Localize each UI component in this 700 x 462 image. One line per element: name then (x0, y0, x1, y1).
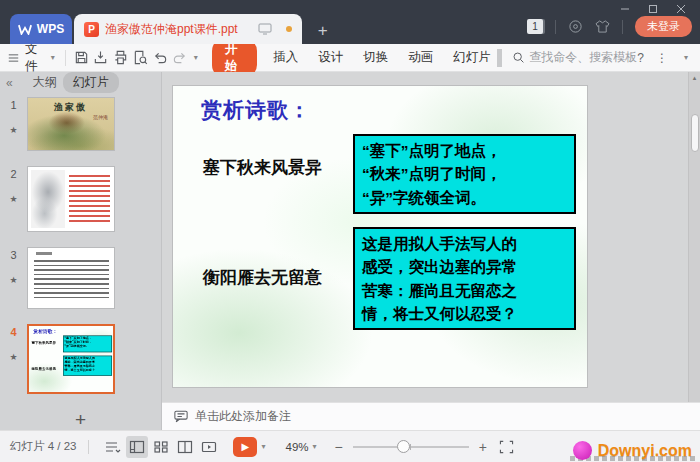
slideshow-view-button[interactable] (198, 436, 220, 458)
wps-home-tab[interactable]: WPS (10, 14, 72, 44)
unsaved-dot (286, 26, 292, 32)
slide-thumb-row-4: 4 ★ 赏析诗歌： 塞下秋来风景异 “塞下”点明了地点， “秋来”点明了时间， … (0, 324, 161, 394)
undo-button[interactable] (152, 48, 168, 68)
divider (65, 50, 66, 66)
minimize-button[interactable] (620, 4, 630, 14)
fit-to-window-button[interactable] (499, 440, 514, 454)
search-placeholder: 查找命令、搜索模板 (529, 49, 637, 66)
save-button[interactable] (73, 48, 89, 68)
thumb2-painting (31, 170, 65, 228)
verse-line-2[interactable]: 衡阳雁去无留意 (203, 266, 322, 289)
play-options-caret-icon[interactable]: ▾ (261, 442, 265, 451)
redo-button[interactable] (172, 48, 188, 68)
slide-number-selected: 4 (10, 326, 16, 338)
mini-title: 赏析诗歌： (33, 328, 57, 335)
slide-thumbnail-4-selected[interactable]: 赏析诗歌： 塞下秋来风景异 “塞下”点明了地点， “秋来”点明了时间， “异”字… (27, 324, 115, 394)
notes-toggle-button[interactable] (102, 436, 124, 458)
tab-slides[interactable]: 幻灯片 (63, 72, 119, 93)
editor-column: 赏析诗歌： 塞下秋来风景异 “塞下”点明了地点， “秋来”点明了时间， “异”字… (162, 72, 700, 430)
zoom-slider-knob[interactable] (397, 440, 410, 453)
slide-sorter-button[interactable] (150, 436, 172, 458)
watermark-subtext (570, 456, 696, 461)
zoom-caret-icon[interactable]: ▾ (313, 442, 317, 451)
new-tab-button[interactable]: + (318, 22, 328, 39)
normal-view-button[interactable] (126, 436, 148, 458)
collapse-panel-button[interactable]: « (6, 76, 13, 90)
annotation-box-2[interactable]: 这是用拟人手法写人的 感受，突出边塞的异常 苦寒：雁尚且无留恋之 情，将士又何以… (353, 227, 576, 330)
tab-scroll-marker[interactable] (497, 49, 503, 67)
play-slideshow-button[interactable]: ▶ (233, 437, 257, 457)
toolbar-more-caret-icon[interactable]: ▾ (194, 53, 198, 62)
scroll-up-icon[interactable]: ▴ (689, 74, 700, 82)
notes-icon (174, 410, 188, 423)
hamburger-menu-icon[interactable] (8, 52, 19, 64)
tab-slideshow[interactable]: 幻灯片 (453, 49, 491, 66)
file-menu-caret-icon[interactable]: ▾ (51, 53, 55, 62)
slide-thumb-row-2: 2 ★ (0, 166, 161, 232)
add-slide-button[interactable]: + (0, 409, 161, 431)
print-button[interactable] (113, 48, 129, 68)
zoom-out-button[interactable]: − (335, 439, 343, 455)
wps-logo-icon (18, 24, 32, 35)
slide-thumbnail-3[interactable] (27, 247, 115, 309)
print-preview-button[interactable] (133, 48, 149, 68)
document-tab[interactable]: P 渔家傲范仲淹ppt课件.ppt (74, 14, 302, 44)
animation-star-icon: ★ (9, 125, 17, 135)
maximize-button[interactable] (648, 4, 658, 14)
slide-counter: 幻灯片 4 / 23 (10, 439, 76, 454)
slide-panel: « 大纲 幻灯片 1 ★ 渔家傲 范仲淹 2 (0, 72, 162, 430)
present-monitor-icon[interactable] (258, 23, 272, 35)
slide-editing-area[interactable]: 赏析诗歌： 塞下秋来风景异 “塞下”点明了地点， “秋来”点明了时间， “异”字… (172, 85, 588, 388)
mini-box-1: “塞下”点明了地点， “秋来”点明了时间， “异”字统领全词。 (63, 336, 112, 353)
thumb1-title: 渔家傲 (54, 101, 87, 114)
slide-thumb-row-1: 1 ★ 渔家傲 范仲淹 (0, 97, 161, 151)
ribbon-toolbar: 文件 ▾ ▾ 开始 插入 设计 切换 动画 幻灯片 查找命令、搜索模板 ? ⋮ … (0, 44, 700, 72)
divider (88, 440, 89, 454)
titlebar-right: 1 未登录 (527, 0, 692, 44)
wps-tab-label: WPS (37, 22, 64, 36)
collapse-ribbon-icon[interactable]: ▾ (684, 53, 688, 62)
thumb3-heading (36, 252, 52, 255)
slide-thumbnail-2[interactable] (27, 166, 115, 232)
login-button[interactable]: 未登录 (635, 16, 692, 37)
wps-presentation-window: WPS P 渔家傲范仲淹ppt课件.ppt + 1 未登录 (0, 0, 700, 462)
window-count-badge[interactable]: 1 (527, 19, 543, 34)
reading-view-button[interactable] (174, 436, 196, 458)
slide-thumb-row-3: 3 ★ (0, 247, 161, 309)
mini-box-2: 这是用拟人手法写人的 感受，突出边塞的异常 苦寒：雁尚且无留恋之 情，将士又何以… (63, 356, 112, 376)
export-pdf-button[interactable] (93, 48, 109, 68)
more-options-button[interactable]: ⋮ (656, 51, 668, 65)
skin-shirt-icon[interactable] (595, 20, 610, 33)
divider (622, 20, 623, 34)
vertical-scrollbar[interactable]: ▴ (688, 72, 700, 402)
annotation-box-1[interactable]: “塞下”点明了地点， “秋来”点明了时间， “异”字统领全词。 (353, 134, 576, 214)
zoom-level[interactable]: 49% (285, 441, 308, 453)
slide-thumbnail-1[interactable]: 渔家傲 范仲淹 (27, 97, 115, 151)
slide-number: 1 (10, 99, 16, 111)
tab-design[interactable]: 设计 (318, 49, 343, 66)
divider (555, 20, 556, 34)
close-button[interactable] (676, 4, 686, 14)
tab-insert[interactable]: 插入 (273, 49, 298, 66)
workspace: « 大纲 幻灯片 1 ★ 渔家傲 范仲淹 2 (0, 72, 700, 430)
verse-line-1[interactable]: 塞下秋来风景异 (203, 156, 322, 179)
zoom-slider[interactable] (353, 440, 469, 454)
tab-animation[interactable]: 动画 (408, 49, 433, 66)
animation-star-icon: ★ (9, 352, 17, 362)
search-icon (512, 51, 525, 64)
scrollbar-thumb[interactable] (691, 114, 699, 152)
document-title: 渔家傲范仲淹ppt课件.ppt (105, 21, 238, 38)
slide-canvas: 赏析诗歌： 塞下秋来风景异 “塞下”点明了地点， “秋来”点明了时间， “异”字… (162, 72, 700, 402)
zoom-in-button[interactable]: + (479, 439, 487, 455)
theme-icon[interactable] (568, 19, 583, 34)
slide-number: 2 (10, 168, 16, 180)
tab-outline[interactable]: 大纲 (33, 74, 57, 91)
tab-transition[interactable]: 切换 (363, 49, 388, 66)
command-search[interactable]: 查找命令、搜索模板 (512, 49, 637, 66)
notes-bar[interactable]: 单击此处添加备注 (162, 402, 700, 430)
thumb2-text-lines (69, 175, 110, 225)
slide-title-textbox[interactable]: 赏析诗歌： (201, 96, 311, 124)
thumb3-text-lines (34, 260, 109, 300)
help-button[interactable]: ? (637, 51, 644, 65)
file-menu[interactable]: 文件 (25, 41, 45, 75)
